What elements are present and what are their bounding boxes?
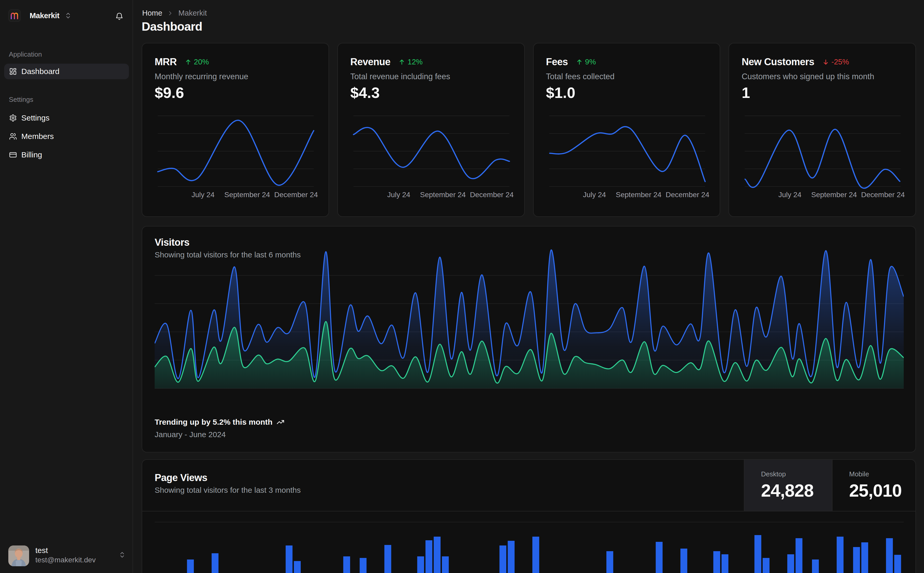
svg-text:December 24: December 24 <box>861 191 905 199</box>
svg-text:September 24: September 24 <box>616 191 662 199</box>
svg-text:July 24: July 24 <box>583 191 606 199</box>
svg-text:December 24: December 24 <box>470 191 514 199</box>
svg-text:July 24: July 24 <box>191 191 215 199</box>
svg-text:September 24: September 24 <box>420 191 466 199</box>
svg-text:December 24: December 24 <box>666 191 709 199</box>
svg-text:July 24: July 24 <box>387 191 410 199</box>
svg-text:December 24: December 24 <box>274 191 318 199</box>
svg-text:September 24: September 24 <box>811 191 857 199</box>
svg-text:July 24: July 24 <box>778 191 802 199</box>
svg-text:September 24: September 24 <box>224 191 270 199</box>
